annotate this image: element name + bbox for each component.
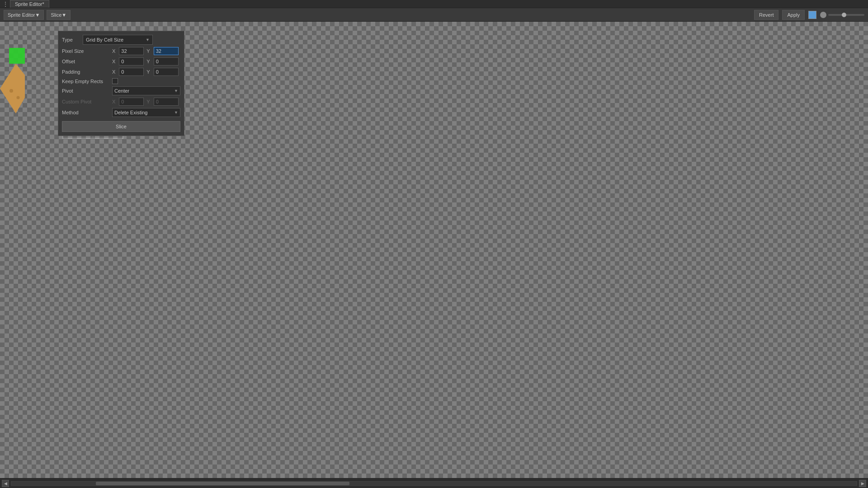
method-dropdown[interactable]: Delete Existing ▼ [112, 108, 180, 117]
pivot-dropdown[interactable]: Center ▼ [112, 86, 180, 95]
method-label: Method [62, 110, 109, 115]
slice-label: Slice▼ [51, 12, 66, 18]
custom-pivot-y-input[interactable] [154, 98, 179, 106]
color-picker[interactable] [808, 11, 816, 19]
pixel-size-x-label: X [112, 48, 115, 54]
pivot-dropdown-arrow: ▼ [174, 89, 178, 93]
padding-label: Padding [62, 69, 109, 75]
apply-button[interactable]: Apply [782, 10, 805, 20]
slice-button-label: Slice [116, 124, 127, 129]
scrollbar-thumb[interactable] [96, 482, 349, 485]
apply-label: Apply [787, 12, 800, 18]
bottom-scrollbar: ◀ ▶ [0, 478, 868, 488]
custom-pivot-y-label: Y [146, 99, 150, 104]
sprite-editor-label: Sprite Editor▼ [8, 12, 40, 18]
padding-y-label: Y [146, 69, 150, 75]
zoom-slider-container [820, 12, 864, 18]
type-value: Grid By Cell Size [86, 37, 123, 42]
sprite-strip-left [0, 48, 25, 116]
offset-row: Offset X Y [62, 57, 180, 66]
svg-marker-15 [0, 64, 25, 113]
pivot-value: Center [114, 88, 129, 94]
zoom-icon [820, 12, 826, 18]
svg-point-16 [9, 89, 13, 93]
tab-dots-left[interactable]: ⋮ [3, 1, 8, 7]
offset-label: Offset [62, 59, 109, 64]
pivot-row: Pivot Center ▼ [62, 86, 180, 95]
method-value: Delete Existing [114, 110, 147, 115]
tab-bar: ⋮ Sprite Editor* [0, 0, 868, 8]
zoom-track[interactable] [828, 14, 864, 16]
sprite-editor-button[interactable]: Sprite Editor▼ [4, 10, 44, 20]
toolbar: Sprite Editor▼ Slice▼ Revert Apply [0, 8, 868, 22]
pixel-size-y-input[interactable] [154, 47, 179, 55]
scroll-left-arrow[interactable]: ◀ [2, 480, 9, 487]
custom-pivot-x-input[interactable] [119, 98, 144, 106]
pivot-label: Pivot [62, 88, 109, 94]
pixel-size-x-input[interactable] [119, 47, 144, 55]
offset-x-label: X [112, 59, 115, 64]
keep-empty-checkbox[interactable] [112, 78, 118, 84]
type-dropdown-arrow: ▼ [146, 38, 150, 42]
tab-title: Sprite Editor* [15, 1, 44, 7]
svg-point-17 [17, 96, 20, 99]
keep-empty-label: Keep Empty Rects [62, 79, 109, 84]
revert-label: Revert [759, 12, 774, 18]
scroll-right-arrow[interactable]: ▶ [859, 480, 866, 487]
padding-x-label: X [112, 69, 115, 75]
slice-action-button[interactable]: Slice [62, 121, 180, 132]
revert-button[interactable]: Revert [754, 10, 778, 20]
toolbar-right: Revert Apply [754, 10, 864, 20]
scrollbar-track[interactable] [11, 481, 857, 486]
offset-y-input[interactable] [154, 57, 179, 66]
svg-rect-14 [9, 48, 25, 64]
slice-panel: Type Grid By Cell Size ▼ Pixel Size X Y … [58, 31, 184, 136]
type-label: Type [62, 37, 80, 42]
main-area: Type Grid By Cell Size ▼ Pixel Size X Y … [0, 22, 868, 478]
pixel-size-y-label: Y [146, 48, 150, 54]
zoom-thumb[interactable] [842, 13, 846, 17]
offset-y-label: Y [146, 59, 150, 64]
keep-empty-row: Keep Empty Rects [62, 78, 180, 84]
custom-pivot-row: Custom Pivot X Y [62, 98, 180, 106]
canvas-area[interactable]: Type Grid By Cell Size ▼ Pixel Size X Y … [0, 22, 868, 478]
padding-row: Padding X Y [62, 68, 180, 76]
type-dropdown[interactable]: Grid By Cell Size ▼ [83, 35, 153, 45]
pixel-size-row: Pixel Size X Y [62, 47, 180, 55]
custom-pivot-x-label: X [112, 99, 115, 104]
slice-button[interactable]: Slice▼ [47, 10, 71, 20]
custom-pivot-label: Custom Pivot [62, 99, 109, 104]
padding-y-input[interactable] [154, 68, 179, 76]
method-row: Method Delete Existing ▼ [62, 108, 180, 117]
method-dropdown-arrow: ▼ [174, 110, 178, 115]
padding-x-input[interactable] [119, 68, 144, 76]
pixel-size-label: Pixel Size [62, 48, 109, 54]
offset-x-input[interactable] [119, 57, 144, 66]
sprite-editor-tab[interactable]: Sprite Editor* [10, 0, 49, 8]
type-row: Type Grid By Cell Size ▼ [62, 35, 180, 45]
